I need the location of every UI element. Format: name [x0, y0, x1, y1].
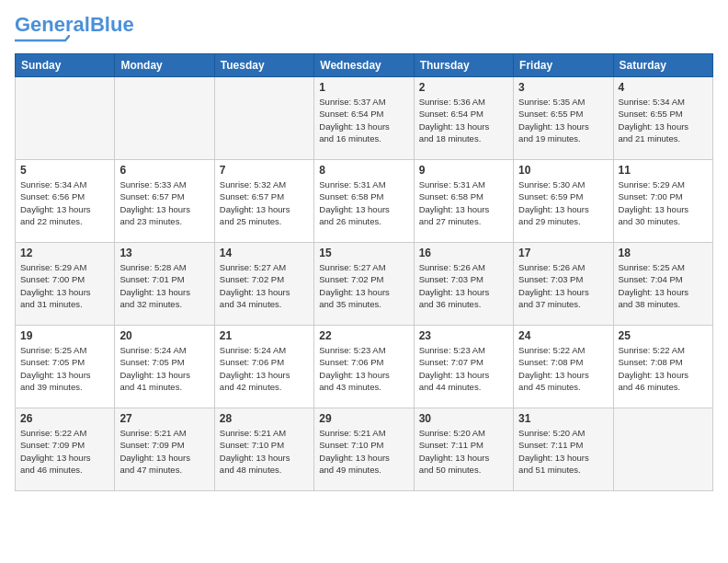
calendar-cell: 28Sunrise: 5:21 AMSunset: 7:10 PMDayligh… [214, 408, 313, 491]
day-number: 2 [419, 81, 508, 94]
logo: GeneralBlue [15, 15, 134, 42]
day-number: 31 [518, 412, 608, 425]
day-info: Sunrise: 5:31 AMSunset: 6:58 PMDaylight:… [319, 178, 408, 227]
col-header-tuesday: Tuesday [214, 54, 313, 77]
calendar-cell: 18Sunrise: 5:25 AMSunset: 7:04 PMDayligh… [613, 243, 712, 326]
day-number: 17 [518, 247, 608, 259]
day-number: 30 [419, 412, 508, 425]
calendar-cell: 13Sunrise: 5:28 AMSunset: 7:01 PMDayligh… [115, 243, 214, 326]
day-info: Sunrise: 5:29 AMSunset: 7:00 PMDaylight:… [619, 178, 708, 227]
day-number: 6 [119, 164, 209, 177]
calendar-cell: 27Sunrise: 5:21 AMSunset: 7:09 PMDayligh… [115, 408, 214, 491]
calendar-cell: 2Sunrise: 5:36 AMSunset: 6:54 PMDaylight… [414, 77, 513, 160]
calendar-cell: 3Sunrise: 5:35 AMSunset: 6:55 PMDaylight… [514, 77, 613, 160]
day-number: 15 [319, 247, 408, 259]
calendar-row: 19Sunrise: 5:25 AMSunset: 7:05 PMDayligh… [16, 326, 713, 408]
day-info: Sunrise: 5:34 AMSunset: 6:56 PMDaylight:… [20, 178, 109, 227]
day-number: 26 [20, 412, 109, 425]
logo-text: GeneralBlue [15, 15, 134, 35]
calendar-cell: 21Sunrise: 5:24 AMSunset: 7:06 PMDayligh… [214, 326, 313, 408]
day-number: 5 [20, 164, 109, 177]
day-info: Sunrise: 5:29 AMSunset: 7:00 PMDaylight:… [20, 261, 109, 310]
day-number: 20 [119, 329, 209, 342]
calendar-cell: 4Sunrise: 5:34 AMSunset: 6:55 PMDaylight… [613, 77, 712, 160]
calendar-row: 26Sunrise: 5:22 AMSunset: 7:09 PMDayligh… [16, 408, 713, 491]
calendar-cell: 31Sunrise: 5:20 AMSunset: 7:11 PMDayligh… [514, 408, 613, 491]
calendar-cell: 14Sunrise: 5:27 AMSunset: 7:02 PMDayligh… [214, 243, 313, 326]
logo-general: General [15, 13, 90, 36]
page-header: GeneralBlue [15, 15, 713, 42]
day-info: Sunrise: 5:24 AMSunset: 7:05 PMDaylight:… [119, 344, 209, 393]
col-header-thursday: Thursday [414, 54, 513, 77]
day-info: Sunrise: 5:22 AMSunset: 7:08 PMDaylight:… [518, 344, 608, 393]
calendar-cell: 8Sunrise: 5:31 AMSunset: 6:58 PMDaylight… [314, 160, 414, 243]
day-info: Sunrise: 5:28 AMSunset: 7:01 PMDaylight:… [119, 261, 209, 310]
day-info: Sunrise: 5:22 AMSunset: 7:08 PMDaylight:… [619, 344, 708, 393]
calendar-cell: 23Sunrise: 5:23 AMSunset: 7:07 PMDayligh… [414, 326, 513, 408]
day-info: Sunrise: 5:25 AMSunset: 7:04 PMDaylight:… [619, 261, 708, 310]
day-info: Sunrise: 5:27 AMSunset: 7:02 PMDaylight:… [220, 261, 309, 310]
logo-blue: Blue [90, 13, 134, 36]
day-number: 24 [518, 329, 608, 342]
col-header-wednesday: Wednesday [314, 54, 414, 77]
day-number: 27 [119, 412, 209, 425]
day-info: Sunrise: 5:20 AMSunset: 7:11 PMDaylight:… [518, 427, 608, 476]
calendar-cell: 19Sunrise: 5:25 AMSunset: 7:05 PMDayligh… [16, 326, 115, 408]
calendar-cell: 29Sunrise: 5:21 AMSunset: 7:10 PMDayligh… [314, 408, 414, 491]
day-number: 18 [619, 247, 708, 259]
day-number: 29 [319, 412, 408, 425]
logo-swoosh [15, 35, 70, 42]
day-info: Sunrise: 5:31 AMSunset: 6:58 PMDaylight:… [419, 178, 508, 227]
col-header-sunday: Sunday [16, 54, 115, 77]
calendar-cell: 6Sunrise: 5:33 AMSunset: 6:57 PMDaylight… [115, 160, 214, 243]
calendar-cell: 7Sunrise: 5:32 AMSunset: 6:57 PMDaylight… [214, 160, 313, 243]
day-info: Sunrise: 5:21 AMSunset: 7:09 PMDaylight:… [119, 427, 209, 476]
day-number: 12 [20, 247, 109, 259]
day-number: 3 [518, 81, 608, 94]
header-row: SundayMondayTuesdayWednesdayThursdayFrid… [16, 54, 713, 77]
day-number: 8 [319, 164, 408, 177]
day-number: 4 [619, 81, 708, 94]
calendar-cell: 16Sunrise: 5:26 AMSunset: 7:03 PMDayligh… [414, 243, 513, 326]
calendar-cell: 10Sunrise: 5:30 AMSunset: 6:59 PMDayligh… [514, 160, 613, 243]
col-header-monday: Monday [115, 54, 214, 77]
calendar-row: 5Sunrise: 5:34 AMSunset: 6:56 PMDaylight… [16, 160, 713, 243]
day-info: Sunrise: 5:27 AMSunset: 7:02 PMDaylight:… [319, 261, 408, 310]
col-header-friday: Friday [514, 54, 613, 77]
day-info: Sunrise: 5:34 AMSunset: 6:55 PMDaylight:… [619, 96, 708, 144]
day-info: Sunrise: 5:37 AMSunset: 6:54 PMDaylight:… [319, 96, 408, 144]
day-info: Sunrise: 5:32 AMSunset: 6:57 PMDaylight:… [220, 178, 309, 227]
day-number: 11 [619, 164, 708, 177]
calendar-cell: 20Sunrise: 5:24 AMSunset: 7:05 PMDayligh… [115, 326, 214, 408]
calendar-cell [115, 77, 214, 160]
calendar-cell [16, 77, 115, 160]
day-number: 13 [119, 247, 209, 259]
day-number: 21 [220, 329, 309, 342]
day-number: 1 [319, 81, 408, 94]
day-info: Sunrise: 5:26 AMSunset: 7:03 PMDaylight:… [419, 261, 508, 310]
day-info: Sunrise: 5:36 AMSunset: 6:54 PMDaylight:… [419, 96, 508, 144]
calendar-row: 1Sunrise: 5:37 AMSunset: 6:54 PMDaylight… [16, 77, 713, 160]
day-info: Sunrise: 5:21 AMSunset: 7:10 PMDaylight:… [319, 427, 408, 476]
day-info: Sunrise: 5:20 AMSunset: 7:11 PMDaylight:… [419, 427, 508, 476]
calendar-cell: 24Sunrise: 5:22 AMSunset: 7:08 PMDayligh… [514, 326, 613, 408]
day-number: 9 [419, 164, 508, 177]
calendar-table: SundayMondayTuesdayWednesdayThursdayFrid… [15, 53, 713, 491]
calendar-cell: 22Sunrise: 5:23 AMSunset: 7:06 PMDayligh… [314, 326, 414, 408]
calendar-row: 12Sunrise: 5:29 AMSunset: 7:00 PMDayligh… [16, 243, 713, 326]
calendar-cell: 11Sunrise: 5:29 AMSunset: 7:00 PMDayligh… [613, 160, 712, 243]
day-number: 22 [319, 329, 408, 342]
day-info: Sunrise: 5:22 AMSunset: 7:09 PMDaylight:… [20, 427, 109, 476]
calendar-cell: 30Sunrise: 5:20 AMSunset: 7:11 PMDayligh… [414, 408, 513, 491]
day-info: Sunrise: 5:30 AMSunset: 6:59 PMDaylight:… [518, 178, 608, 227]
day-info: Sunrise: 5:24 AMSunset: 7:06 PMDaylight:… [220, 344, 309, 393]
calendar-cell: 12Sunrise: 5:29 AMSunset: 7:00 PMDayligh… [16, 243, 115, 326]
day-number: 16 [419, 247, 508, 259]
day-info: Sunrise: 5:23 AMSunset: 7:06 PMDaylight:… [319, 344, 408, 393]
day-info: Sunrise: 5:23 AMSunset: 7:07 PMDaylight:… [419, 344, 508, 393]
calendar-cell: 5Sunrise: 5:34 AMSunset: 6:56 PMDaylight… [16, 160, 115, 243]
day-info: Sunrise: 5:21 AMSunset: 7:10 PMDaylight:… [220, 427, 309, 476]
col-header-saturday: Saturday [613, 54, 712, 77]
day-info: Sunrise: 5:35 AMSunset: 6:55 PMDaylight:… [518, 96, 608, 144]
day-number: 25 [619, 329, 708, 342]
